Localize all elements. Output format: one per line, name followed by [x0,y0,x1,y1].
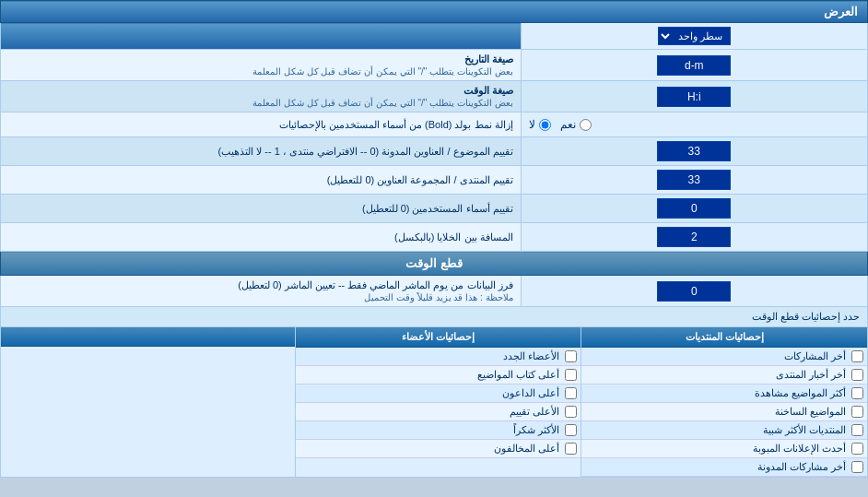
remove-bold-no-text: لا [529,118,535,131]
time-format-input[interactable]: H:i [657,87,731,107]
hot-topics-checkbox[interactable] [851,406,863,418]
col-posts-header: إحصائيات المنتديات [581,327,867,348]
stats-limit-label: حدد إحصائيات قطع الوقت [752,311,860,322]
top-posters-label: أعلى كتاب المواضيع [477,369,559,381]
time-cut-header: قطع الوقت [1,252,868,276]
time-format-sub-label: بعض التكوينات يتطلب "/" التي يمكن أن تضا… [252,98,512,108]
last-ads-checkbox[interactable] [851,443,863,455]
list-item: أعلى المخالفون [296,440,581,458]
forum-order-input[interactable]: 33 [657,170,731,190]
stats-limit-row: حدد إحصائيات قطع الوقت [1,307,868,327]
remove-bold-yes-text: نعم [560,118,576,131]
page-title: العرض [1,1,868,23]
remove-bold-yes-radio[interactable] [580,119,592,131]
topic-order-input-cell: 33 [521,137,867,166]
date-format-sub-label: بعض التكوينات يتطلب "/" التي يمكن أن تضا… [252,66,512,77]
top-online-checkbox[interactable] [565,387,577,399]
remove-bold-input-cell: نعم لا [521,112,867,137]
most-views-label: أكثر المواضيع مشاهدة [755,387,846,399]
date-format-main-label: صيغة التاريخ [464,53,513,65]
per-page-select[interactable]: سطر واحد سطرين [658,27,731,45]
list-item: أحدث الإعلانات المبوبة [581,440,867,458]
new-members-label: الأعضاء الجدد [503,350,559,362]
last-ads-label: أحدث الإعلانات المبوبة [753,443,846,455]
top-online-label: أعلى الداعون [502,387,559,399]
new-members-checkbox[interactable] [565,350,577,362]
remove-bold-label: إزالة نمط بولد (Bold) من أسماء المستخدمي… [1,112,522,137]
date-format-input-cell: d-m [521,50,867,81]
fetch-days-label: فرز البيانات من يوم الماشر الماضي فقط --… [1,276,522,307]
top-rate-checkbox[interactable] [565,406,577,418]
date-format-label: صيغة التاريخ بعض التكوينات يتطلب "/" الت… [1,50,522,81]
list-item: أعلى كتاب المواضيع [296,366,581,385]
top-rate-label: الأعلى تقييم [510,406,559,418]
fetch-days-input[interactable]: 0 [657,281,731,302]
fetch-days-main-label: فرز البيانات من يوم الماشر الماضي فقط --… [238,279,512,290]
user-names-label: تقييم أسماء المستخدمين (0 للتعطيل) [1,195,522,223]
user-names-input[interactable]: 0 [657,198,731,219]
topic-order-label: تقييم الموضوع / العناوين المدونة (0 -- ا… [1,137,522,166]
remove-bold-yes-label[interactable]: نعم [560,118,592,131]
list-item: الأعلى تقييم [296,403,581,421]
cell-spacing-input[interactable]: 2 [657,227,731,247]
user-names-main-label: تقييم أسماء المستخدمين (0 للتعطيل) [362,203,513,214]
list-item: أكثر المواضيع مشاهدة [581,385,867,403]
fetch-days-input-cell: 0 [521,276,867,307]
last-posts-checkbox[interactable] [851,350,863,362]
hot-topics-label: المواضيع الساخنة [775,406,846,418]
list-item: أخر المشاركات [581,348,867,366]
forum-order-input-cell: 33 [521,166,867,195]
most-thanks-label: الأكثر شكراً [513,424,559,436]
col-empty-header [1,327,295,347]
similar-forums-label: المنتديات الأكثر شبية [763,424,846,436]
forum-order-main-label: تقييم المنتدى / المجموعة العناوين (0 للت… [327,174,513,185]
top-posters-checkbox[interactable] [565,369,577,381]
remove-bold-radio-group: نعم لا [529,116,860,133]
last-blog-checkbox[interactable] [851,461,863,473]
forum-order-label: تقييم المنتدى / المجموعة العناوين (0 للت… [1,166,522,195]
user-names-input-cell: 0 [521,195,867,223]
remove-bold-no-radio[interactable] [539,119,551,131]
list-item: المنتديات الأكثر شبية [581,421,867,440]
list-item: الأعضاء الجدد [296,348,581,366]
top-ignore-label: أعلى المخالفون [494,443,559,455]
list-item: أعلى الداعون [296,385,581,403]
cell-spacing-main-label: المسافة بين الخلايا (بالبكسل) [394,231,513,243]
time-format-input-cell: H:i [521,81,867,112]
list-item: أخر أخبار المنتدى [581,366,867,385]
topic-order-input[interactable]: 33 [657,141,731,161]
top-ignore-checkbox[interactable] [565,443,577,455]
list-item: أخر مشاركات المدونة [581,458,867,477]
per-page-cell: سطر واحد سطرين [521,23,867,50]
col-members-header: إحصائيات الأعضاء [296,327,581,348]
cell-spacing-input-cell: 2 [521,223,867,252]
list-item: المواضيع الساخنة [581,403,867,421]
time-format-main-label: صيغة الوقت [463,85,513,96]
similar-forums-checkbox[interactable] [851,424,863,436]
fetch-days-sub-label: ملاحظة : هذا قد يزيد قليلاً وقت التحميل [364,292,512,302]
list-item: الأكثر شكراً [296,421,581,440]
time-format-label: صيغة الوقت بعض التكوينات يتطلب "/" التي … [1,81,522,112]
most-thanks-checkbox[interactable] [565,424,577,436]
cell-spacing-label: المسافة بين الخلايا (بالبكسل) [1,223,522,252]
remove-bold-main-label: إزالة نمط بولد (Bold) من أسماء المستخدمي… [279,119,513,130]
forum-news-checkbox[interactable] [851,369,863,381]
date-format-input[interactable]: d-m [657,55,731,76]
topic-order-main-label: تقييم الموضوع / العناوين المدونة (0 -- ا… [218,146,513,157]
most-views-checkbox[interactable] [851,387,863,399]
forum-news-label: أخر أخبار المنتدى [776,369,846,381]
last-posts-label: أخر المشاركات [784,350,846,362]
remove-bold-no-label[interactable]: لا [529,118,551,131]
per-page-label [1,23,522,50]
last-blog-label: أخر مشاركات المدونة [757,461,846,473]
